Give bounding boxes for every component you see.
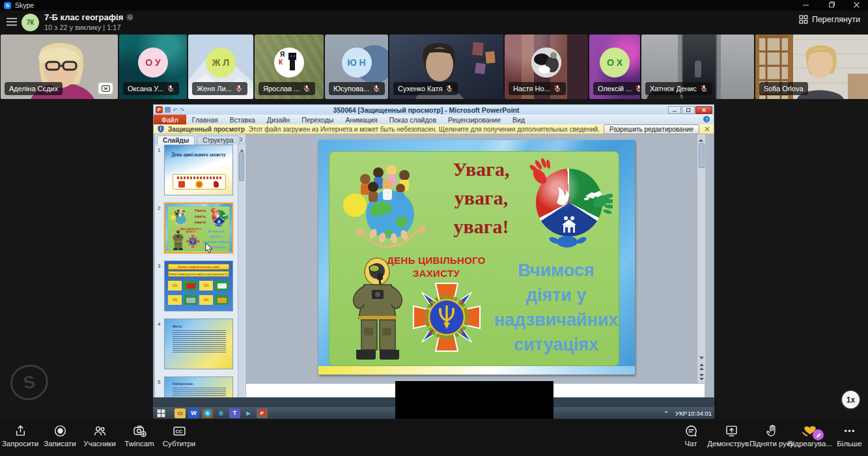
participant-tile[interactable]: Аделіна Сєдих xyxy=(1,35,118,99)
participants-button[interactable]: Учасники xyxy=(79,424,120,448)
ppt-titlebar: P ↶ ↷ 350064 [Защищенный просмотр] - Mic… xyxy=(153,104,714,115)
skype-taskbar-icon: S xyxy=(202,408,213,418)
participant-tile[interactable]: ЯК Ярослав ... xyxy=(255,35,324,99)
thumb4-text: Мета: xyxy=(173,324,182,328)
speed-button[interactable]: 1x xyxy=(841,390,861,410)
learn-line-4: ситуаціях xyxy=(486,332,626,357)
participant-name: Оксана У... xyxy=(128,85,163,93)
slide-thumbnail-3: Номери телефонів екстрених служб Номер т… xyxy=(164,261,233,311)
thumb5-text: Найцінніше, xyxy=(173,382,194,386)
react-button[interactable]: Відреагува... xyxy=(781,424,839,448)
invite-button[interactable]: Запросити xyxy=(0,424,40,448)
explorer-icon: ▭ xyxy=(175,408,186,418)
participant-name-pill: Настя Но... xyxy=(509,82,566,95)
ppt-restore-button xyxy=(682,106,695,114)
help-icon: ? xyxy=(703,116,710,122)
group-avatar[interactable]: 7К xyxy=(21,14,39,31)
participant-name: Юсупова... xyxy=(333,85,369,93)
taskbar-clock: 10:34:01 xyxy=(688,410,712,417)
mic-muted-icon xyxy=(167,85,175,93)
svg-text:Я: Я xyxy=(280,51,285,58)
shield-icon xyxy=(158,125,164,133)
participant-tile[interactable]: Ж Л Женя Ли... xyxy=(188,35,253,99)
soldier-illustration xyxy=(172,227,186,251)
ppt-tab: Показ слайдов xyxy=(384,115,442,124)
gear-icon[interactable] xyxy=(126,14,133,21)
thumb3-number: 101 xyxy=(168,281,182,291)
slide-number: 4 xyxy=(158,321,160,327)
view-button[interactable]: Переглянути xyxy=(799,15,860,24)
edge-icon: e xyxy=(216,408,227,418)
protected-view-bar: Защищенный просмотр Этот файл загружен и… xyxy=(153,124,714,134)
panel-close-icon xyxy=(240,137,242,142)
chat-icon xyxy=(684,424,698,438)
emblem-hands-icons xyxy=(525,156,613,251)
children-globe-illustration xyxy=(347,153,430,252)
slide-canvas: Увага, увага, увага! ДЕНЬ ЦИВІЛЬНОГ xyxy=(246,134,706,383)
mic-muted-icon xyxy=(303,85,311,93)
participant-tile[interactable]: Настя Но... xyxy=(505,35,588,99)
tray-chevron: ⌃ xyxy=(664,410,669,417)
skype-watermark: S xyxy=(8,362,51,403)
participant-tile[interactable]: Сухенко Катя xyxy=(389,35,503,99)
participant-name: Sofia Orlova xyxy=(764,85,804,93)
thumb3-header: Номери телефонів екстрених служб xyxy=(168,264,229,270)
close-button[interactable] xyxy=(853,1,860,8)
participant-name-pill: Оксана У... xyxy=(123,82,179,95)
subtitles-button[interactable]: CC Субтитри xyxy=(159,424,199,448)
slides-panel: Слайды Структура 1 День цивільного захис… xyxy=(155,134,246,397)
video-indicator-icon xyxy=(98,83,113,94)
chat-button[interactable]: Чат xyxy=(678,424,704,448)
subtitles-label: Субтитри xyxy=(163,440,196,448)
invite-label: Запросити xyxy=(2,440,38,448)
ppt-tab: Вид xyxy=(507,115,531,124)
avatar-image: ЯК xyxy=(274,48,304,78)
undo-icon: ↶ xyxy=(173,107,178,113)
restore-button[interactable] xyxy=(828,1,835,8)
screen-share-view[interactable]: P ↶ ↷ 350064 [Защищенный просмотр] - Mic… xyxy=(153,104,714,419)
learn-text: Вчимося діяти у надзвичайних ситуаціях xyxy=(486,258,626,357)
window-title: Skype xyxy=(15,1,34,9)
twincam-button[interactable]: Twincam xyxy=(120,424,159,448)
thumb3-number: 103 xyxy=(199,281,213,291)
more-label: Більше xyxy=(837,440,861,448)
attention-line-3: увага! xyxy=(191,220,210,224)
mic-muted-icon xyxy=(445,85,453,93)
ppt-ribbon-tabs: Файл Главная Вставка Дизайн Переходы Ани… xyxy=(153,115,714,124)
ppt-tab: Дизайн xyxy=(261,115,296,124)
participant-tile[interactable]: Ю Н Юсупова... xyxy=(325,35,388,99)
participant-name: Женя Ли... xyxy=(197,85,232,93)
skype-logo-icon: S xyxy=(4,2,11,9)
ppt-minimize-button xyxy=(668,106,681,114)
chat-label: Чат xyxy=(684,440,697,448)
call-toolbar: Запросити Записати Учасники Twincam CC С… xyxy=(0,420,868,456)
participant-tile[interactable]: О У Оксана У... xyxy=(119,35,187,99)
svg-text:CC: CC xyxy=(175,429,182,435)
slide-number: 2 xyxy=(158,205,160,211)
participant-tile[interactable]: Sofia Orlova xyxy=(755,35,868,99)
participant-tile[interactable]: Хатнюк Денис xyxy=(641,35,754,99)
attention-line-1: Увага, xyxy=(436,158,527,180)
participant-name: Ярослав ... xyxy=(263,85,300,93)
twincam-label: Twincam xyxy=(124,440,154,448)
avatar: О Х xyxy=(600,48,630,78)
ppt-tab: Главная xyxy=(186,115,224,124)
raise-hand-icon xyxy=(765,424,779,438)
avatar: Ж Л xyxy=(206,48,236,78)
more-button[interactable]: Більше xyxy=(831,424,868,448)
slide-thumbnail-5: Найцінніше, xyxy=(164,377,233,397)
record-button[interactable]: Записати xyxy=(39,424,81,448)
taskbar-language: УКР xyxy=(675,410,687,417)
participants-icon xyxy=(93,424,107,438)
ppt-tab: Анимация xyxy=(339,115,383,124)
participant-name: Хатнюк Денис xyxy=(650,85,697,93)
participant-tile[interactable]: О Х Олексій ... xyxy=(589,35,640,99)
record-icon xyxy=(53,424,67,438)
sun-icon xyxy=(171,215,176,220)
minimize-button[interactable] xyxy=(802,1,809,8)
tab-slides: Слайды xyxy=(157,135,195,145)
participants-label: Учасники xyxy=(83,440,116,448)
menu-icon[interactable] xyxy=(6,18,18,26)
participant-name-pill: Юсупова... xyxy=(329,82,385,95)
participant-name: Настя Но... xyxy=(513,85,550,93)
